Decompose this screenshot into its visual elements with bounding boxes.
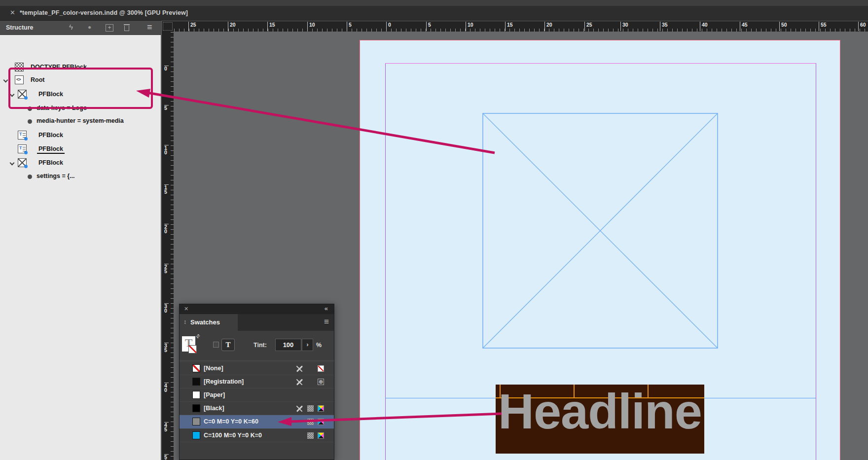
add-element-icon[interactable]: + <box>106 24 113 32</box>
v-ruler-label: 40 <box>164 383 169 392</box>
h-ruler-label: 10 <box>307 22 315 31</box>
h-ruler-label: 25 <box>584 22 592 31</box>
text-frame-guide-left <box>385 398 496 398</box>
h-ruler-label: 5 <box>347 22 352 31</box>
attribute-bullet-icon <box>28 119 32 124</box>
stroke-proxy-none-icon[interactable] <box>188 345 197 354</box>
h-ruler-label: 15 <box>505 22 513 31</box>
swatch-name: [Registration] <box>204 378 244 385</box>
tree-attribute-data-keys[interactable]: data-keys = Logo <box>0 103 161 114</box>
tree-item-label: Root <box>31 76 44 83</box>
h-ruler-label: 20 <box>228 22 236 31</box>
non-editable-icon <box>296 405 303 412</box>
container-toggle-icon[interactable] <box>213 342 219 348</box>
swatch-row-registration[interactable]: [Registration] ⊕ <box>180 375 334 388</box>
v-ruler-label: 5 <box>164 105 169 110</box>
linked-dot-icon <box>24 96 28 100</box>
attribute-label: data-keys = Logo <box>36 105 87 111</box>
vertical-ruler-ticks <box>171 32 174 460</box>
h-ruler-label: 25 <box>188 22 196 31</box>
tree-attribute-media-hunter[interactable]: media-hunter = system-media <box>0 115 161 127</box>
left-margin-guide <box>385 63 386 460</box>
swatch-name: [None] <box>204 365 223 372</box>
validate-icon[interactable]: ϟ <box>69 23 73 31</box>
headline-text: Headline <box>498 385 702 438</box>
tint-dropdown-icon[interactable]: › <box>302 339 313 351</box>
linked-dot-icon <box>24 165 28 168</box>
graphic-frame-icon <box>18 158 27 167</box>
structure-panel: Structure ϟ ● + ≡ DOCTYPE PFBlock Root P… <box>0 21 161 460</box>
trash-icon[interactable] <box>123 24 130 32</box>
linked-dot-icon <box>24 137 28 141</box>
swatch-name: C=100 M=0 Y=0 K=0 <box>204 432 262 439</box>
swap-fill-stroke-icon[interactable]: ⇄ <box>194 333 201 340</box>
swatch-row-paper[interactable]: [Paper] <box>180 388 334 401</box>
h-ruler-label: 10 <box>466 22 473 31</box>
tree-item-pfblock-text1[interactable]: PFBlock <box>0 130 161 142</box>
panel-cycle-icon[interactable]: ↕ <box>183 318 186 325</box>
record-icon[interactable]: ● <box>88 24 91 31</box>
tab-close-icon[interactable]: ✕ <box>10 9 15 16</box>
window-top-strip <box>0 0 868 6</box>
tree-item-pfblock-logo[interactable]: PFBlock <box>0 89 161 101</box>
h-ruler-label: 20 <box>544 22 552 31</box>
tree-item-label: PFBlock <box>38 132 63 139</box>
swatches-tab-row: ↕ Swatches ≡ <box>180 314 334 331</box>
tree-attribute-settings[interactable]: settings = {... <box>0 171 161 182</box>
swatches-tab-label: Swatches <box>190 318 220 326</box>
swatch-row-gray60-selected[interactable]: C=0 M=0 Y=0 K=60 <box>180 415 334 428</box>
panel-menu-icon[interactable]: ≡ <box>147 22 152 33</box>
registration-icon: ⊕ <box>318 379 324 385</box>
swatch-color-chip <box>192 404 200 412</box>
process-color-icon <box>307 432 314 439</box>
h-ruler-label: 15 <box>267 22 275 31</box>
tree-item-pfblock-settings[interactable]: PFBlock <box>0 157 161 169</box>
graphic-frame-icon <box>18 90 27 99</box>
swatch-name: [Paper] <box>204 391 225 398</box>
tint-input[interactable]: 100 <box>275 339 301 351</box>
tree-item-doctype[interactable]: DOCTYPE PFBlock <box>0 62 161 73</box>
headline-text-frame[interactable]: Headline <box>496 385 704 454</box>
chevron-down-icon[interactable] <box>10 161 15 166</box>
tree-item-pfblock-text2[interactable]: PFBlock <box>0 143 161 155</box>
document-tab-bar: ✕ *template_PF_color-version.indd @ 300%… <box>0 6 868 21</box>
chevron-down-icon[interactable] <box>10 92 15 97</box>
tree-item-root[interactable]: Root <box>0 74 161 86</box>
text-frame-icon <box>18 131 27 140</box>
swatch-color-chip <box>192 364 200 372</box>
element-icon <box>15 75 24 84</box>
attribute-bullet-icon <box>28 175 32 179</box>
percent-label: % <box>316 342 322 349</box>
swatch-row-cyan[interactable]: C=100 M=0 Y=0 K=0 <box>180 428 334 442</box>
tree-item-label: PFBlock <box>38 91 63 98</box>
close-icon[interactable]: ✕ <box>184 306 188 312</box>
text-frame-guide-right <box>704 398 816 398</box>
v-ruler-label: 15 <box>164 184 169 194</box>
v-ruler-label: 45 <box>164 422 169 432</box>
ruler-origin-box[interactable] <box>163 22 173 31</box>
panel-menu-icon[interactable]: ≡ <box>324 317 329 327</box>
doctype-icon <box>15 63 24 71</box>
tab-swatches[interactable]: ↕ Swatches <box>180 314 238 331</box>
image-placeholder-frame[interactable] <box>482 113 718 349</box>
collapse-panel-icon[interactable]: « <box>325 305 328 312</box>
v-ruler-label: 35 <box>164 343 169 353</box>
attribute-label: media-hunter = system-media <box>36 117 124 124</box>
horizontal-ruler-ticks <box>174 29 868 32</box>
tree-item-label: DOCTYPE PFBlock <box>31 64 87 71</box>
structure-panel-header: Structure ϟ ● + ≡ <box>0 21 161 35</box>
text-formatting-button[interactable]: T <box>221 339 235 351</box>
document-tab-title[interactable]: *template_PF_color-version.indd @ 300% [… <box>20 9 188 16</box>
tint-label: Tint: <box>253 342 267 349</box>
swatch-color-chip <box>192 378 200 386</box>
swatches-titlebar[interactable]: ✕ « <box>180 304 334 314</box>
swatch-row-none[interactable]: [None] <box>180 361 334 375</box>
non-editable-icon <box>296 365 303 372</box>
h-ruler-label: 40 <box>700 22 708 31</box>
swatch-color-chip <box>192 431 200 439</box>
chevron-down-icon[interactable] <box>3 78 8 83</box>
h-ruler-label: 0 <box>386 22 391 31</box>
swatch-row-black[interactable]: [Black] <box>180 401 334 415</box>
none-swatch-icon <box>318 365 324 372</box>
process-color-icon <box>307 419 314 425</box>
